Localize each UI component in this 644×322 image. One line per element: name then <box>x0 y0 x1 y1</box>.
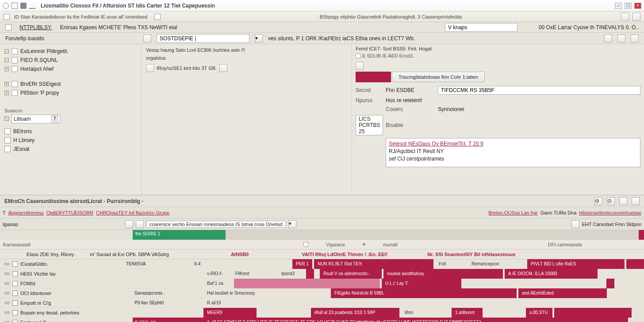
gantt-segment[interactable]: Rsull V os adestroontc- <box>320 269 382 279</box>
gantt-segment[interactable]: R.al/19 <box>203 298 228 308</box>
subtoolbar-btn-r1[interactable] <box>604 34 612 42</box>
table-row[interactable]: BBFOMIdBaf:1 vaU L.l: Lay T: <box>0 279 644 288</box>
table-row[interactable]: BBEmpott nr Ci'gP9 llan SEphtrlR.al/19 <box>0 298 644 308</box>
gantt-segment[interactable] <box>230 298 619 308</box>
right-toolbar-btn[interactable] <box>356 62 364 70</box>
close-button[interactable]: × <box>634 3 641 9</box>
filter-dd-icon[interactable]: ▾ <box>288 220 296 228</box>
gantt-segment[interactable]: PIVLT BID L:ufie RaES <box>527 259 625 269</box>
table-row[interactable]: BBErntcecr LO,IF FES. 101- iP EF FTHEUT … <box>0 318 644 322</box>
filter-icon[interactable] <box>303 242 308 247</box>
tree-item[interactable]: –ExiLeinmir PIilirgetit. <box>4 47 137 56</box>
gantt-segment[interactable]: Fllfrerd <box>232 269 276 279</box>
strip-button-1[interactable] <box>621 13 629 21</box>
gantt-segment[interactable] <box>263 288 329 298</box>
subtoolbar-btn-1[interactable] <box>143 34 151 42</box>
gantt-segment[interactable]: A /E DIOCM. ILLA 10000 <box>505 269 598 279</box>
gantt-segment[interactable] <box>554 308 632 318</box>
gantt-segment[interactable]: NUN R1.BLT ISst TE'h <box>314 259 433 269</box>
gantt-segment[interactable] <box>626 259 644 269</box>
filter-btn-1[interactable] <box>125 220 133 228</box>
maximize-button[interactable]: ☐ <box>625 3 632 9</box>
filter-btn-r1[interactable] <box>571 220 579 228</box>
row-col2 <box>133 308 203 317</box>
table-row[interactable]: BBICestalGtiltn.TENIISVA8-41PER 1NUN R1.… <box>0 259 644 269</box>
gantt-segment[interactable]: and AEehitEded <box>518 288 607 298</box>
tree-item[interactable]: –FIEO R.SQUNL <box>4 56 137 65</box>
lower-title-btn-1[interactable]: ⊖ <box>594 197 602 205</box>
lower-title-btn-4[interactable] <box>632 197 640 205</box>
menu-search-input[interactable] <box>445 23 518 32</box>
tree-item[interactable]: +Hortaipct Ahef <box>4 65 137 73</box>
list-item[interactable]: JEsnat <box>4 145 137 153</box>
lower-title-btn-2[interactable]: ⊙ <box>607 197 615 205</box>
gantt-segment[interactable]: Baf:1 va <box>203 279 232 288</box>
subtoolbar-input[interactable] <box>157 34 249 43</box>
gantt-segment[interactable]: tihm <box>401 308 450 318</box>
list-item[interactable]: BEtrsns <box>4 127 137 136</box>
center-btn-icon-2[interactable] <box>219 64 227 72</box>
lower-title-btn-3[interactable] <box>619 197 627 205</box>
menu-items[interactable]: Enirsas Kgases MCHETE' Pless TXS NeWITI … <box>60 24 177 31</box>
table-row[interactable]: BBHE91 Vkzitie layv-RID-f-Fllfrerdtpsnd3… <box>0 269 644 279</box>
subtoolbar-dropdown-icon[interactable]: ▾ <box>255 34 263 42</box>
section-toggle-icon[interactable]: ○ <box>4 116 9 121</box>
section-dropdown[interactable]: Litloam 7 <box>12 115 60 123</box>
center-btn-icon[interactable] <box>146 64 154 72</box>
gantt-segment[interactable] <box>606 279 614 288</box>
gantt-segment[interactable]: v-RID-f- <box>203 269 230 279</box>
gantt-segment[interactable]: 8-41 <box>191 259 200 269</box>
tab-active[interactable] <box>356 72 391 82</box>
toolrow-link-5[interactable]: Hiistonantinnkconcentruesse <box>579 210 641 215</box>
form-input-1[interactable] <box>438 86 640 95</box>
gantt-segment[interactable] <box>306 269 314 279</box>
filter-btn-2[interactable] <box>136 220 144 228</box>
gantt-segment[interactable] <box>484 308 524 318</box>
form-label-4: Bisabie <box>386 122 434 128</box>
tree-item[interactable]: +BrvERr SSEigest <box>4 80 137 88</box>
gantt-segment[interactable]: PER 1 <box>292 259 312 269</box>
gantt-segment[interactable]: MEER9 <box>203 308 257 318</box>
expand-icon[interactable]: – <box>4 58 9 62</box>
expand-icon[interactable]: – <box>4 49 9 54</box>
expand-icon[interactable]: + <box>4 67 9 71</box>
gantt-segment[interactable]: 1.atibonnt <box>452 308 483 318</box>
gantt-segment[interactable]: FIEgtAn Nointicle B 59BL <box>331 288 517 298</box>
gantt-segment[interactable] <box>202 259 291 269</box>
row-type-icon <box>12 291 18 296</box>
expand-icon[interactable]: + <box>4 91 9 95</box>
gantt-segment[interactable] <box>463 279 605 288</box>
gantt-segment[interactable]: ēfull al 23 puabests 1t10 1 58P <box>311 308 399 318</box>
gantt-segment[interactable] <box>258 308 309 318</box>
tree-item[interactable]: +PllStion 'P propy <box>4 88 137 97</box>
tab-detail[interactable]: Triscmgilstahdosse finn Cohr 1:iatien <box>392 72 485 82</box>
subtoolbar-btn-r2[interactable] <box>617 34 625 42</box>
desc-line-2: RJ/Aqctbicl IT Restl NY <box>389 148 637 155</box>
gantt-segment[interactable] <box>234 279 380 288</box>
menu-left-label[interactable]: NTTPLIBLSY. <box>19 24 52 31</box>
gantt-segment[interactable]: s.00.STU <box>526 308 552 318</box>
gantt-segment[interactable]: Foll <box>435 259 466 269</box>
gantt-segment[interactable]: rouese aeisthulooy <box>383 269 503 279</box>
form-value-2: Hos re retetent! <box>386 97 640 104</box>
toolrow-link-2[interactable]: OptiERYTTUEISORR <box>46 210 93 215</box>
gantt-segment[interactable]: 1- iP EF FTHEUT T STR' LITTLIE TECITESEE… <box>203 318 628 322</box>
gantt-segment[interactable]: Hat keubet ie Sreacessy <box>203 288 261 298</box>
gantt-segment[interactable]: U L.l: Lay T: <box>382 279 461 288</box>
toolrow-center[interactable]: CHROpsaTEY Inf flacioricc Grupp <box>96 210 169 215</box>
gantt-segment[interactable]: tpsnd3 <box>278 269 304 279</box>
strip-button-2[interactable] <box>632 13 640 21</box>
table-row[interactable]: BBOCt ldisntonerSanasspcoras .Hat keubet… <box>0 288 644 298</box>
list-item[interactable]: H Lbrsey <box>4 136 137 145</box>
minimize-button[interactable]: – <box>615 3 622 9</box>
subtoolbar-btn-r3[interactable] <box>631 34 639 42</box>
table-row[interactable]: BBBopain eny itesal. petortresMEER9ēfull… <box>0 308 644 318</box>
toolrow-link-3[interactable]: Breton.OUSus Lan hgr <box>488 210 537 215</box>
gantt-segment[interactable] <box>316 269 318 279</box>
row-label: Erntcecr LO, <box>20 320 48 322</box>
gantt-segment[interactable] <box>599 269 613 279</box>
toolrow-link-1[interactable]: Appperntireness <box>8 210 44 215</box>
expand-icon[interactable]: + <box>4 82 9 86</box>
gantt-segment[interactable]: Remancepron <box>468 259 525 269</box>
browser-back-icon[interactable] <box>12 3 18 9</box>
